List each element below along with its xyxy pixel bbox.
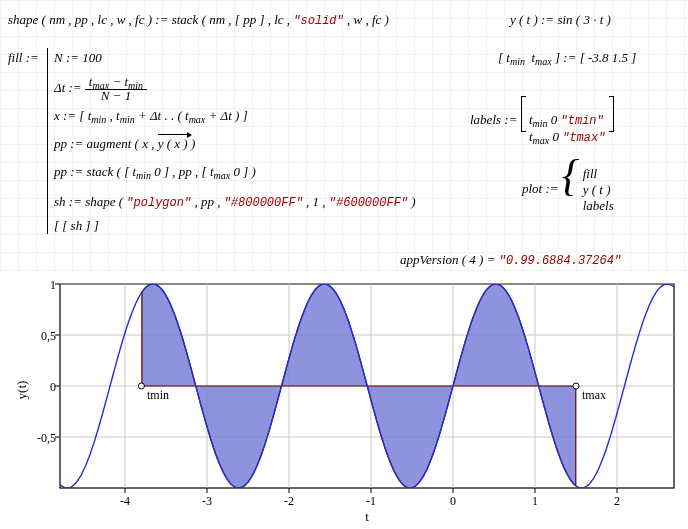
ytick-n05: -0,5 xyxy=(37,431,56,445)
svg-text:2: 2 xyxy=(614,494,620,508)
plot-def: plot := { fill y ( t ) labels xyxy=(522,166,614,214)
pp-stack: pp := stack ( [ tmin 0 ] , pp , [ tmax 0… xyxy=(54,164,256,180)
ylabel: y(t) xyxy=(14,381,29,400)
pp-augment: pp := augment ( x , y ( x ) ) xyxy=(54,136,195,152)
sh-def: sh := shape ( "polygon" , pp , "#800000F… xyxy=(54,194,416,210)
svg-text:1: 1 xyxy=(532,494,538,508)
marker-label-tmin: tmin xyxy=(147,388,169,402)
marker-tmax xyxy=(573,383,579,389)
program-bar xyxy=(47,48,48,234)
ytick-1: 1 xyxy=(50,278,56,292)
tmin-tmax-def: [ tmin tmax ] := [ -3.8 1.5 ] xyxy=(498,50,636,66)
app-version: appVersion ( 4 ) = "0.99.6884.37264" xyxy=(400,252,621,268)
sh-sh: [ [ sh ] ] xyxy=(54,218,99,234)
fill-label: fill := xyxy=(8,50,39,66)
svg-text:-3: -3 xyxy=(202,494,212,508)
labels-def: labels := tmin 0 "tmin" tmax 0 "tmax" xyxy=(470,96,614,146)
dt-def: Δt := tmax − tmin N − 1 xyxy=(54,76,147,102)
marker-tmin xyxy=(138,383,144,389)
marker-label-tmax: tmax xyxy=(582,388,606,402)
svg-text:0: 0 xyxy=(450,494,456,508)
plot-svg: 1 0,5 0 -0,5 -4-3-2 -101 2 t y(t) tmin t… xyxy=(12,278,680,524)
svg-text:-2: -2 xyxy=(284,494,294,508)
svg-text:-4: -4 xyxy=(120,494,130,508)
shape-def: shape ( nm , pp , lc , w , fc ) := stack… xyxy=(8,12,389,28)
svg-text:-1: -1 xyxy=(366,494,376,508)
x-def: x := [ tmin , tmin + Δt . . ( tmax + Δt … xyxy=(54,108,248,124)
ytick-05: 0,5 xyxy=(41,329,56,343)
ytick-0: 0 xyxy=(50,380,56,394)
y-def: y ( t ) := sin ( 3 · t ) xyxy=(510,12,611,28)
xlabel: t xyxy=(365,509,369,524)
n-def: N := 100 xyxy=(54,50,102,66)
plot-area: 1 0,5 0 -0,5 -4-3-2 -101 2 t y(t) tmin t… xyxy=(12,278,680,524)
